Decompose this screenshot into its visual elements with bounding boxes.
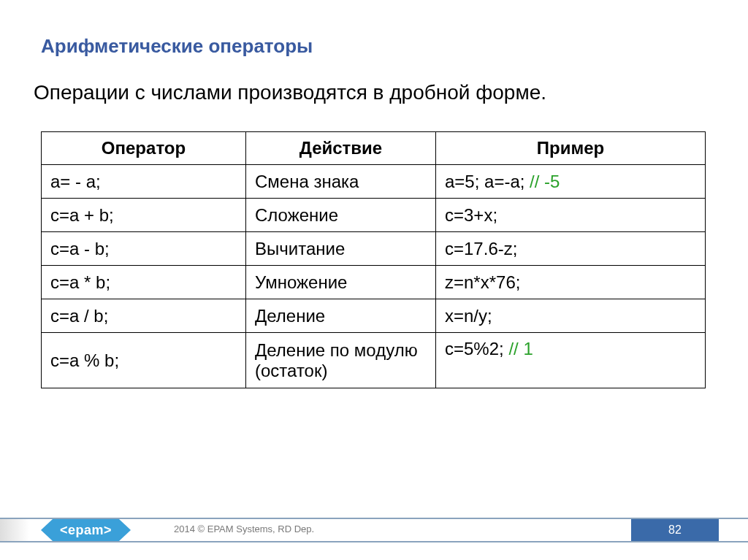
cell-operator: c=a % b; [42,333,246,388]
copyright-text: 2014 © EPAM Systems, RD Dep. [174,523,314,534]
cell-example: c=5%2; // 1 [436,333,706,388]
cell-action: Смена знака [246,165,436,199]
table-row: c=a % b; Деление по модулю (остаток) c=5… [42,333,706,388]
cell-example: a=5; a=-a; // -5 [436,165,706,199]
table-row: c=a / b; Деление x=n/y; [42,299,706,333]
page-number: 82 [668,523,682,537]
code-comment: // -5 [530,172,560,191]
cell-operator: c=a * b; [42,266,246,299]
operators-table: Оператор Действие Пример a= - a; Смена з… [41,131,706,388]
table-row: a= - a; Смена знака a=5; a=-a; // -5 [42,165,706,199]
table-row: c=a + b; Сложение c=3+x; [42,199,706,232]
cell-example: c=3+x; [436,199,706,232]
cell-operator: c=a - b; [42,232,246,266]
header-operator: Оператор [42,132,246,165]
header-action: Действие [246,132,436,165]
cell-example: c=17.6-z; [436,232,706,266]
page-number-box: 82 [631,519,719,541]
code-comment: // 1 [508,339,533,358]
cell-action: Деление по модулю (остаток) [246,333,436,388]
cell-operator: a= - a; [42,165,246,199]
epam-logo: <epam> [53,519,119,541]
slide: Арифметические операторы Операции с числ… [0,0,748,560]
footer-divider-bottom [0,541,748,542]
cell-action: Деление [246,299,436,333]
cell-example: z=n*x*76; [436,266,706,299]
cell-action: Умножение [246,266,436,299]
header-example: Пример [436,132,706,165]
cell-operator: c=a + b; [42,199,246,232]
cell-action: Вычитание [246,232,436,266]
cell-action: Сложение [246,199,436,232]
table-header-row: Оператор Действие Пример [42,132,706,165]
table-row: c=a - b; Вычитание c=17.6-z; [42,232,706,266]
cell-operator: c=a / b; [42,299,246,333]
slide-title: Арифметические операторы [41,35,313,58]
footer-left-decoration [0,519,29,541]
footer: <epam> 2014 © EPAM Systems, RD Dep. 82 [0,518,748,542]
cell-example: x=n/y; [436,299,706,333]
slide-subtitle: Операции с числами производятся в дробно… [34,81,546,104]
table-row: c=a * b; Умножение z=n*x*76; [42,266,706,299]
